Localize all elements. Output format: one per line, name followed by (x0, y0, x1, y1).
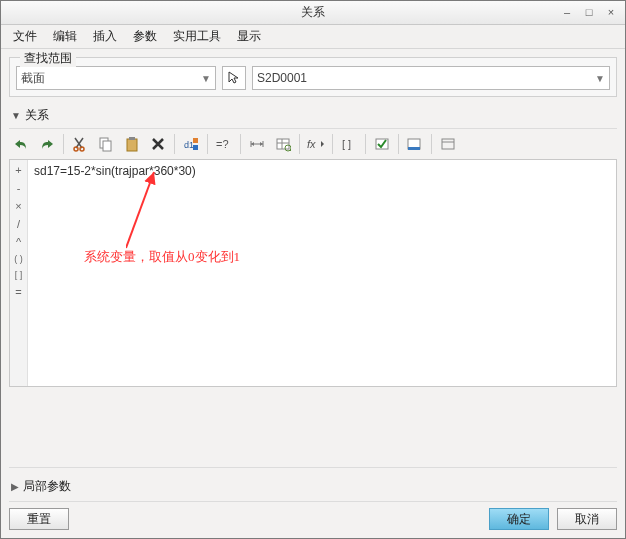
scope-combo-value: 截面 (21, 70, 45, 87)
svg-rect-4 (127, 139, 137, 151)
delete-button[interactable] (146, 133, 170, 155)
function-button[interactable]: fx (304, 133, 328, 155)
toolbar-separator (398, 134, 399, 154)
svg-text:fx: fx (307, 138, 316, 150)
svg-rect-7 (193, 138, 198, 143)
toolbar-separator (63, 134, 64, 154)
chevron-down-icon: ▼ (201, 73, 211, 84)
op-bracket[interactable]: [ ] (15, 270, 23, 280)
local-params-title: 局部参数 (23, 478, 71, 495)
check-button[interactable] (370, 133, 394, 155)
paste-button[interactable] (120, 133, 144, 155)
toolbar-separator (207, 134, 208, 154)
undo-button[interactable] (9, 133, 33, 155)
svg-point-1 (80, 147, 84, 151)
relations-text-editor[interactable]: sd17=15-2*sin(trajpar*360*30) 系统变量，取值从0变… (28, 160, 616, 386)
annotation-text: 系统变量，取值从0变化到1 (84, 248, 240, 266)
ok-button[interactable]: 确定 (489, 508, 549, 530)
svg-line-22 (126, 172, 154, 248)
window-button[interactable] (436, 133, 460, 155)
menu-insert[interactable]: 插入 (87, 26, 123, 47)
toolbar-separator (240, 134, 241, 154)
brackets-button[interactable]: [ ] (337, 133, 361, 155)
title-bar: 关系 – □ × (1, 1, 625, 25)
menu-parameter[interactable]: 参数 (127, 26, 163, 47)
minimize-button[interactable]: – (559, 6, 575, 20)
op-divide[interactable]: / (17, 218, 20, 230)
relations-editor-wrap: + - × / ^ ( ) [ ] = sd17=15-2*sin(trajpa… (9, 159, 617, 387)
reset-button[interactable]: 重置 (9, 508, 69, 530)
op-times[interactable]: × (15, 200, 21, 212)
search-scope-legend: 查找范围 (20, 50, 76, 67)
close-button[interactable]: × (603, 6, 619, 20)
svg-text:=?: =? (216, 138, 229, 150)
svg-line-14 (290, 150, 291, 152)
window-controls: – □ × (559, 6, 619, 20)
copy-button[interactable] (94, 133, 118, 155)
units-button[interactable]: d1 (179, 133, 203, 155)
svg-rect-20 (442, 139, 454, 149)
toolbar-separator (431, 134, 432, 154)
local-params-section-header[interactable]: ▶ 局部参数 (1, 468, 625, 501)
svg-rect-5 (129, 137, 135, 140)
pick-cursor-button[interactable] (222, 66, 246, 90)
menu-edit[interactable]: 编辑 (47, 26, 83, 47)
window-title: 关系 (301, 4, 325, 21)
cursor-icon (228, 71, 240, 85)
op-power[interactable]: ^ (16, 236, 21, 248)
chevron-down-icon: ▼ (595, 73, 605, 84)
menu-file[interactable]: 文件 (7, 26, 43, 47)
highlight-button[interactable] (403, 133, 427, 155)
op-minus[interactable]: - (17, 182, 21, 194)
search-scope-panel: 查找范围 截面 ▼ S2D0001 ▼ (9, 57, 617, 97)
annotation-arrow (126, 170, 176, 250)
expand-icon: ▶ (11, 481, 19, 492)
menu-display[interactable]: 显示 (231, 26, 267, 47)
op-paren[interactable]: ( ) (14, 254, 23, 264)
cancel-button[interactable]: 取消 (557, 508, 617, 530)
target-combo[interactable]: S2D0001 ▼ (252, 66, 610, 90)
dimension-button[interactable] (245, 133, 269, 155)
svg-text:[ ]: [ ] (342, 138, 351, 150)
op-equal[interactable]: = (15, 286, 21, 298)
svg-point-0 (74, 147, 78, 151)
svg-rect-3 (103, 141, 111, 151)
dialog-button-bar: 重置 确定 取消 (1, 502, 625, 538)
scope-combo[interactable]: 截面 ▼ (16, 66, 216, 90)
toolbar-separator (365, 134, 366, 154)
parameters-button[interactable] (271, 133, 295, 155)
target-combo-value: S2D0001 (257, 71, 307, 85)
relations-toolbar: d1 =? fx [ ] (1, 129, 625, 159)
toolbar-separator (299, 134, 300, 154)
svg-rect-8 (193, 145, 198, 150)
svg-rect-10 (277, 139, 289, 149)
editor-line-1: sd17=15-2*sin(trajpar*360*30) (34, 164, 610, 178)
redo-button[interactable] (35, 133, 59, 155)
toolbar-separator (332, 134, 333, 154)
collapse-icon: ▼ (11, 110, 21, 121)
menu-bar: 文件 编辑 插入 参数 实用工具 显示 (1, 25, 625, 49)
operator-gutter: + - × / ^ ( ) [ ] = (10, 160, 28, 386)
svg-rect-19 (408, 147, 420, 150)
svg-text:d1: d1 (184, 140, 194, 150)
relations-section-header[interactable]: ▼ 关系 (1, 101, 625, 128)
toolbar-separator (174, 134, 175, 154)
menu-utility[interactable]: 实用工具 (167, 26, 227, 47)
op-plus[interactable]: + (15, 164, 21, 176)
relations-section-title: 关系 (25, 107, 49, 124)
cut-button[interactable] (68, 133, 92, 155)
evaluate-button[interactable]: =? (212, 133, 236, 155)
maximize-button[interactable]: □ (581, 6, 597, 20)
